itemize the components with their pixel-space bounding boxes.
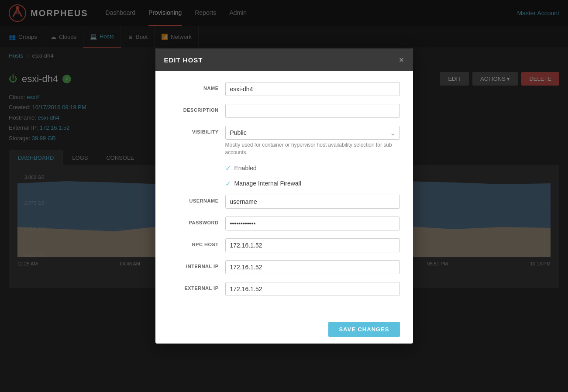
- visibility-hint: Mostly used for container or hypervisor …: [225, 141, 400, 156]
- modal-footer: SAVE CHANGES: [155, 315, 413, 344]
- external-ip-row: EXTERNAL IP: [169, 282, 400, 296]
- password-row: PASSWORD: [169, 217, 400, 230]
- description-label: DESCRIPTION: [169, 104, 225, 113]
- external-ip-input[interactable]: [225, 282, 400, 296]
- internal-ip-row: INTERNAL IP: [169, 260, 400, 274]
- modal-close-button[interactable]: ×: [399, 55, 404, 64]
- edit-host-modal: EDIT HOST × NAME DESCRIPTION VISIBILITY: [155, 48, 413, 344]
- name-row: NAME: [169, 82, 400, 96]
- name-input[interactable]: [225, 82, 400, 96]
- visibility-select-wrapper: Public Private ⌄: [225, 126, 400, 140]
- username-input[interactable]: [225, 195, 400, 209]
- rpc-host-input[interactable]: [225, 238, 400, 252]
- name-label: NAME: [169, 82, 225, 91]
- enabled-check-icon: ✓: [225, 164, 231, 172]
- visibility-label: VISIBILITY: [169, 126, 225, 134]
- modal-header: EDIT HOST ×: [155, 48, 413, 71]
- firewall-label[interactable]: Manage Internal Firewall: [234, 180, 301, 187]
- rpc-host-row: RPC HOST: [169, 238, 400, 252]
- firewall-check-icon: ✓: [225, 179, 231, 188]
- internal-ip-label: INTERNAL IP: [169, 260, 225, 269]
- username-label: USERNAME: [169, 195, 225, 203]
- description-row: DESCRIPTION: [169, 104, 400, 118]
- modal-title: EDIT HOST: [164, 56, 203, 64]
- save-changes-button[interactable]: SAVE CHANGES: [328, 322, 399, 337]
- visibility-row: VISIBILITY Public Private ⌄ Mostly used …: [169, 126, 400, 156]
- description-input[interactable]: [225, 104, 400, 118]
- username-row: USERNAME: [169, 195, 400, 209]
- password-input[interactable]: [225, 217, 400, 230]
- password-label: PASSWORD: [169, 217, 225, 225]
- internal-ip-input[interactable]: [225, 260, 400, 274]
- modal-body: NAME DESCRIPTION VISIBILITY Public Priva…: [155, 71, 413, 315]
- firewall-row: ✓ Manage Internal Firewall: [225, 179, 400, 188]
- enabled-row: ✓ Enabled: [225, 164, 400, 172]
- modal-overlay: EDIT HOST × NAME DESCRIPTION VISIBILITY: [0, 0, 568, 385]
- visibility-wrapper: Public Private ⌄ Mostly used for contain…: [225, 126, 400, 156]
- enabled-label[interactable]: Enabled: [234, 165, 257, 172]
- visibility-select[interactable]: Public Private: [225, 126, 400, 140]
- external-ip-label: EXTERNAL IP: [169, 282, 225, 291]
- rpc-host-label: RPC HOST: [169, 238, 225, 247]
